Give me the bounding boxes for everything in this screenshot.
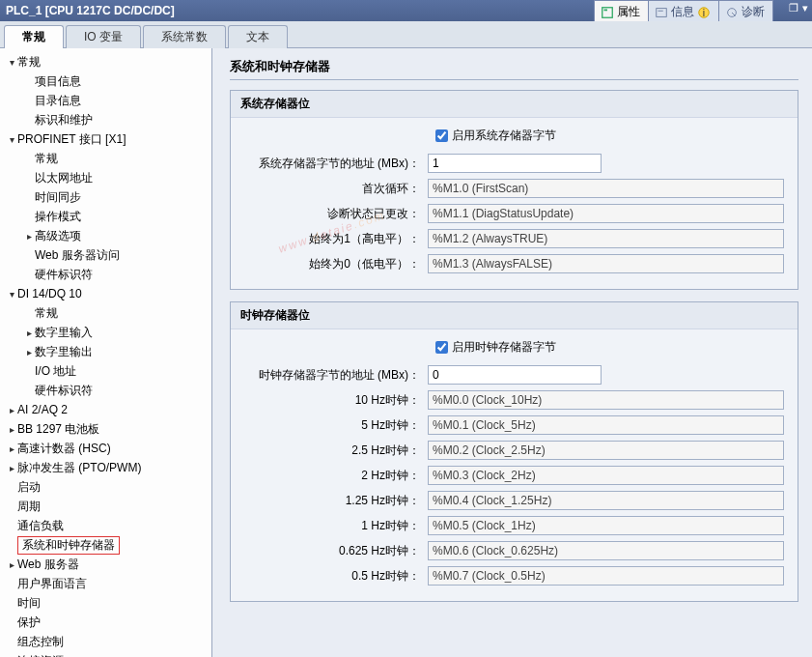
tree-item[interactable]: I/O 地址 — [0, 361, 211, 381]
tree-item[interactable]: 项目信息 — [0, 71, 211, 91]
svg-rect-2 — [657, 8, 667, 16]
tree-item[interactable]: ▸BB 1297 电池板 — [0, 419, 211, 439]
tree-item[interactable]: 通信负载 — [0, 516, 211, 535]
tree-item[interactable]: 常规 — [0, 303, 211, 323]
tree-item[interactable]: ▸数字里输入 — [0, 323, 211, 342]
tree-item[interactable]: 连接资源 — [0, 651, 211, 657]
tree-item[interactable]: 时间同步 — [0, 187, 211, 207]
tab-sys-const[interactable]: 系统常数 — [143, 25, 226, 48]
tree-expander-icon[interactable]: ▾ — [6, 289, 17, 300]
tree-expander-icon[interactable]: ▾ — [6, 57, 17, 68]
tree-item-label: 组态控制 — [17, 634, 64, 650]
window-controls: ❐ ▾ — [789, 2, 808, 14]
tree-item[interactable]: ▸高级选项 — [0, 226, 211, 245]
tree-expander-icon[interactable]: ▸ — [23, 328, 35, 338]
field-label: 1.25 Hz时钟： — [235, 493, 428, 509]
tree-expander-icon[interactable]: ▸ — [6, 463, 17, 473]
tab-diagnostics-label: 诊断 — [742, 4, 765, 20]
value-display — [428, 516, 784, 535]
tab-properties[interactable]: 属性 — [594, 0, 649, 21]
svg-text:i: i — [703, 6, 705, 17]
tree-item[interactable]: 硬件标识符 — [0, 265, 211, 284]
tree-item[interactable]: 启动 — [0, 477, 211, 497]
tree-item-label: 启动 — [17, 479, 41, 496]
tree-expander-icon[interactable]: ▸ — [6, 405, 17, 415]
address-input[interactable] — [428, 154, 602, 173]
nav-tree[interactable]: ▾常规项目信息目录信息标识和维护▾PROFINET 接口 [X1]常规以太网地址… — [0, 48, 212, 657]
tree-item-label: 连接资源 — [17, 653, 64, 658]
value-display — [428, 441, 784, 460]
value-display — [428, 541, 784, 560]
tree-item-label: I/O 地址 — [35, 363, 76, 380]
tree-expander-icon[interactable]: ▾ — [6, 134, 17, 145]
tree-item[interactable]: ▾常规 — [0, 52, 211, 71]
tree-item-label: 数字里输入 — [35, 325, 93, 341]
tree-item[interactable]: 以太网地址 — [0, 168, 211, 187]
tab-properties-label: 属性 — [617, 4, 640, 20]
enable-checkbox[interactable] — [435, 129, 448, 142]
tab-diagnostics[interactable]: 诊断 — [718, 0, 773, 21]
tree-item-label: 常规 — [35, 305, 58, 322]
tree-item-label: 常规 — [17, 54, 41, 71]
tree-item[interactable]: 用户界面语言 — [0, 574, 211, 593]
tree-item-label: 保护 — [17, 614, 41, 631]
tree-expander-icon[interactable]: ▸ — [6, 559, 17, 570]
tree-item[interactable]: 保护 — [0, 613, 211, 632]
tree-item[interactable]: Web 服务器访问 — [0, 245, 211, 265]
main-tab-strip: 常规 IO 变量 系统常数 文本 — [0, 21, 812, 48]
tree-item[interactable]: 组态控制 — [0, 632, 211, 651]
tree-item-label: Web 服务器访问 — [35, 247, 120, 264]
tree-item[interactable]: ▾PROFINET 接口 [X1] — [0, 129, 211, 149]
content-panel: 系统和时钟存储器 系统存储器位 启用系统存储器字节系统存储器字节的地址 (MBx… — [212, 48, 812, 657]
field-label: 0.5 Hz时钟： — [235, 568, 428, 585]
field-label: 0.625 Hz时钟： — [235, 543, 428, 559]
enable-checkbox[interactable] — [435, 341, 448, 354]
tree-item[interactable]: ▸数字里输出 — [0, 342, 211, 361]
tree-item-label: Web 服务器 — [17, 557, 79, 573]
tree-expander-icon[interactable]: ▸ — [23, 231, 35, 242]
tree-item[interactable]: 硬件标识符 — [0, 381, 211, 400]
tree-item-label: BB 1297 电池板 — [17, 421, 99, 438]
field-label: 诊断状态已更改： — [235, 206, 428, 222]
group-system-memory: 系统存储器位 启用系统存储器字节系统存储器字节的地址 (MBx)：首次循环：诊断… — [230, 90, 798, 290]
tree-expander-icon[interactable]: ▸ — [6, 424, 17, 435]
tab-io-vars[interactable]: IO 变量 — [66, 25, 141, 48]
tree-expander-icon[interactable]: ▸ — [23, 347, 35, 357]
info-icon — [655, 6, 668, 19]
field-label: 始终为1（高电平）： — [235, 231, 428, 247]
tab-text[interactable]: 文本 — [228, 25, 288, 48]
tree-item-label: 脉冲发生器 (PTO/PWM) — [17, 460, 141, 476]
tree-item[interactable]: ▸高速计数器 (HSC) — [0, 439, 211, 458]
tree-item-label: PROFINET 接口 [X1] — [17, 131, 126, 148]
tree-item[interactable]: 常规 — [0, 149, 211, 168]
group-clock-title: 时钟存储器位 — [231, 302, 798, 329]
tree-item-label: 系统和时钟存储器 — [17, 536, 120, 555]
tree-item[interactable]: 操作模式 — [0, 207, 211, 226]
enable-label: 启用系统存储器字节 — [452, 128, 556, 144]
tree-item-label: 时间同步 — [35, 189, 81, 206]
address-input[interactable] — [428, 365, 602, 385]
properties-icon — [601, 6, 614, 19]
field-label: 1 Hz时钟： — [235, 518, 428, 534]
tree-expander-icon[interactable]: ▸ — [6, 443, 17, 454]
group-system-title: 系统存储器位 — [231, 91, 798, 118]
tab-info[interactable]: 信息 i — [648, 0, 719, 21]
tree-item[interactable]: 周期 — [0, 497, 211, 516]
minimize-icon[interactable]: ▾ — [802, 2, 808, 14]
value-display — [428, 179, 784, 198]
tab-info-label: 信息 — [671, 4, 694, 20]
tree-item[interactable]: 时间 — [0, 593, 211, 613]
tree-item[interactable]: ▸脉冲发生器 (PTO/PWM) — [0, 458, 211, 477]
tree-item[interactable]: 系统和时钟存储器 — [0, 535, 211, 555]
tab-general[interactable]: 常规 — [4, 25, 64, 48]
field-label: 2 Hz时钟： — [235, 468, 428, 484]
tree-item[interactable]: 标识和维护 — [0, 110, 211, 129]
tree-item[interactable]: ▸AI 2/AQ 2 — [0, 400, 211, 419]
restore-icon[interactable]: ❐ — [789, 2, 798, 14]
tree-item[interactable]: ▾DI 14/DQ 10 — [0, 284, 211, 303]
tree-item-label: 通信负载 — [17, 518, 64, 534]
tree-item-label: 时间 — [17, 595, 41, 612]
tree-item[interactable]: ▸Web 服务器 — [0, 555, 211, 574]
tree-item[interactable]: 目录信息 — [0, 91, 211, 110]
value-display — [428, 204, 784, 223]
